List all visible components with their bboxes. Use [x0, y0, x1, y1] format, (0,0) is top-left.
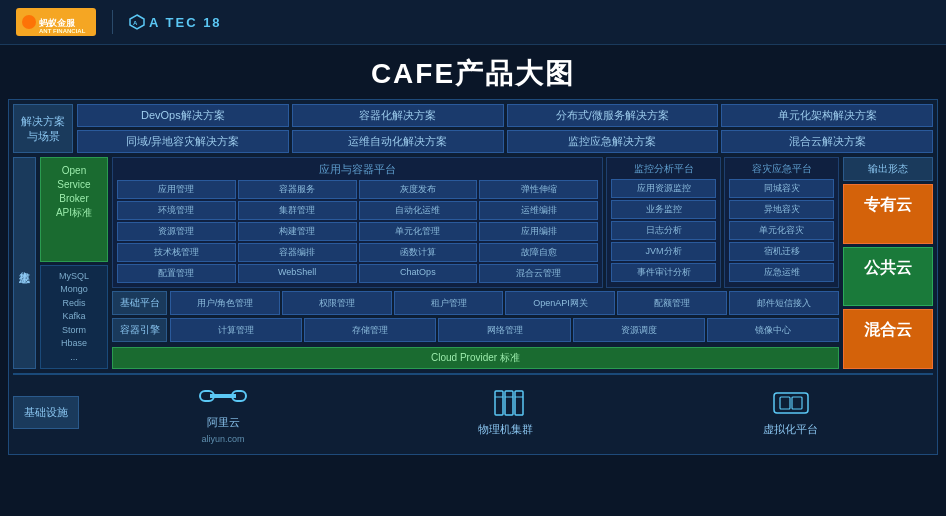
svg-rect-8: [495, 391, 503, 415]
full-layout: 解决方案 与场景 DevOps解决方案 容器化解决方案 分布式/微服务解决方案 …: [0, 99, 946, 459]
sol-devops: DevOps解决方案: [77, 104, 289, 127]
container-row: 容器引擎 计算管理 存储管理 网络管理 资源调度 镜像中心: [112, 318, 839, 342]
infra-virtual: 虚拟化平台: [763, 388, 818, 437]
virtual-name: 虚拟化平台: [763, 422, 818, 437]
disaster-platform: 容灾应急平台 同城容灾 异地容灾 单元化容灾 宿机迁移 应急运维: [724, 157, 839, 288]
output-panel: 输出形态 专有云 公共云 混合云: [843, 157, 933, 369]
physical-icon: [481, 388, 531, 418]
sol-disaster: 同域/异地容灾解决方案: [77, 130, 289, 153]
foundation-row: 基础平台 用户/角色管理 权限管理 租户管理 OpenAPI网关 配额管理 邮件…: [112, 291, 839, 315]
svg-rect-16: [792, 397, 802, 409]
center-content: 应用与容器平台 应用管理 容器服务 灰度发布 弹性伸缩 环境管理 集群管理 自动…: [112, 157, 839, 369]
sol-container: 容器化解决方案: [292, 104, 504, 127]
output-private: 专有云: [843, 184, 933, 244]
solutions-row: 解决方案 与场景 DevOps解决方案 容器化解决方案 分布式/微服务解决方案 …: [13, 104, 933, 153]
logo-area: 蚂蚁金服 ANT FINANCIAL A A TEC 18: [16, 8, 222, 36]
output-public: 公共云: [843, 247, 933, 307]
top-section: 应用与容器平台 应用管理 容器服务 灰度发布 弹性伸缩 环境管理 集群管理 自动…: [112, 157, 839, 288]
logo-divider: [112, 10, 113, 34]
foundation-items: 用户/角色管理 权限管理 租户管理 OpenAPI网关 配额管理 邮件短信接入: [170, 291, 839, 315]
solutions-grid: DevOps解决方案 容器化解决方案 分布式/微服务解决方案 单元化架构解决方案…: [77, 104, 933, 153]
infra-aliyun: 阿里云 aliyun.com: [198, 381, 248, 444]
header: 蚂蚁金服 ANT FINANCIAL A A TEC 18: [0, 0, 946, 45]
infra-label: 基础设施: [13, 396, 79, 429]
infra-physical: 物理机集群: [478, 388, 533, 437]
svg-text:A: A: [133, 20, 139, 26]
disaster-items: 同城容灾 异地容灾 单元化容灾 宿机迁移 应急运维: [729, 179, 834, 282]
app-container-platform: 应用与容器平台 应用管理 容器服务 灰度发布 弹性伸缩 环境管理 集群管理 自动…: [112, 157, 603, 288]
output-hybrid: 混合云: [843, 309, 933, 369]
infrastructure-row: 基础设施 阿里云 aliyun.com: [13, 373, 933, 450]
svg-point-0: [22, 15, 36, 29]
physical-name: 物理机集群: [478, 422, 533, 437]
tech-stack: MySQL Mongo Redis Kafka Storm Hbase ...: [40, 265, 108, 370]
sol-monitor: 监控应急解决方案: [507, 130, 719, 153]
solutions-label: 解决方案 与场景: [13, 104, 73, 153]
atec-logo: A A TEC 18: [129, 14, 222, 30]
main-section: 生态集成 Open Service Broker API标准 MySQL Mon…: [13, 157, 933, 369]
sol-hybrid: 混合云解决方案: [721, 130, 933, 153]
page-title: CAFE产品大图: [0, 45, 946, 99]
aliyun-name: 阿里云: [207, 415, 240, 430]
sol-unit: 单元化架构解决方案: [721, 104, 933, 127]
infra-items: 阿里云 aliyun.com: [83, 381, 933, 444]
svg-rect-15: [780, 397, 790, 409]
svg-rect-9: [505, 391, 513, 415]
monitor-platform: 监控分析平台 应用资源监控 业务监控 日志分析 JVM分析 事件审计分析: [606, 157, 721, 288]
ant-financial-logo: 蚂蚁金服 ANT FINANCIAL: [16, 8, 96, 36]
ecosystem-label: 生态集成: [13, 157, 36, 369]
svg-rect-7: [210, 394, 236, 398]
svg-text:蚂蚁金服: 蚂蚁金服: [39, 18, 76, 28]
virtual-icon: [766, 388, 816, 418]
sol-microservice: 分布式/微服务解决方案: [507, 104, 719, 127]
platform-grid: 应用管理 容器服务 灰度发布 弹性伸缩 环境管理 集群管理 自动化运维 运维编排…: [117, 180, 598, 283]
container-items: 计算管理 存储管理 网络管理 资源调度 镜像中心: [170, 318, 839, 342]
svg-text:ANT FINANCIAL: ANT FINANCIAL: [39, 28, 86, 33]
sol-ops: 运维自动化解决方案: [292, 130, 504, 153]
cloud-provider-bar: Cloud Provider 标准: [112, 347, 839, 369]
monitor-items: 应用资源监控 业务监控 日志分析 JVM分析 事件审计分析: [611, 179, 716, 282]
aliyun-sub: aliyun.com: [201, 434, 244, 444]
open-service-box: Open Service Broker API标准: [40, 157, 108, 262]
aliyun-icon: [198, 381, 248, 411]
svg-rect-14: [774, 393, 808, 413]
outer-box: 解决方案 与场景 DevOps解决方案 容器化解决方案 分布式/微服务解决方案 …: [8, 99, 938, 455]
left-sub-panels: Open Service Broker API标准 MySQL Mongo Re…: [40, 157, 108, 369]
svg-rect-10: [515, 391, 523, 415]
